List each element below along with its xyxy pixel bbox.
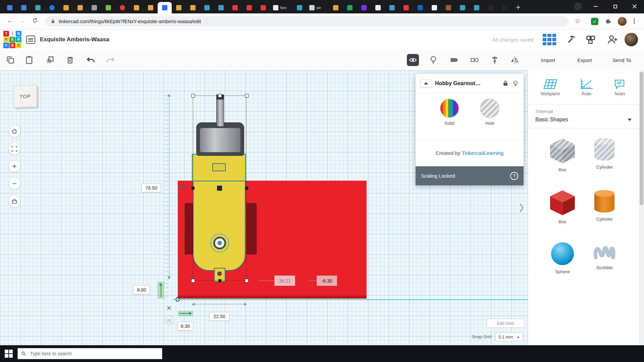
- browser-tab[interactable]: Nev: [270, 2, 292, 13]
- duplicate-button[interactable]: [45, 55, 55, 65]
- export-button[interactable]: Export: [572, 50, 597, 70]
- browser-tab[interactable]: [59, 2, 73, 13]
- library-selector[interactable]: Tinkercad Basic Shapes: [528, 105, 639, 128]
- browser-tab[interactable]: [228, 2, 242, 13]
- left-wheel-shape[interactable]: [185, 203, 193, 254]
- window-close-button[interactable]: [627, 0, 642, 13]
- browser-tab[interactable]: [200, 2, 214, 13]
- browser-tab[interactable]: [343, 2, 357, 13]
- shape-cylinder[interactable]: Cylinder: [584, 190, 626, 224]
- bookmark-star-button[interactable]: ☆: [575, 17, 582, 24]
- browser-tab[interactable]: [172, 2, 186, 13]
- design-list-button[interactable]: [26, 36, 35, 44]
- selection-handle-mid[interactable]: [192, 187, 195, 190]
- browser-tab[interactable]: [399, 2, 413, 13]
- ungroup-button[interactable]: [470, 55, 479, 65]
- tinkercad-logo[interactable]: TIN KER CAD: [3, 31, 21, 48]
- browser-tab[interactable]: [158, 2, 172, 13]
- browser-tab[interactable]: [329, 2, 343, 13]
- selection-handle[interactable]: [245, 94, 249, 98]
- position-x-input[interactable]: 38.21: [274, 276, 295, 286]
- send-to-button[interactable]: Send To: [608, 50, 635, 70]
- search-input[interactable]: [30, 351, 159, 357]
- browser-tab[interactable]: [3, 2, 17, 13]
- start-button[interactable]: [5, 350, 13, 358]
- group-button[interactable]: [449, 55, 459, 65]
- ruler-close-button[interactable]: [167, 306, 171, 310]
- browser-tab[interactable]: [455, 2, 470, 13]
- browser-tab[interactable]: [242, 2, 256, 13]
- help-button[interactable]: ?: [510, 172, 518, 180]
- browser-menu-button[interactable]: [633, 18, 636, 25]
- zoom-in-button[interactable]: [9, 161, 20, 172]
- browser-tab[interactable]: [441, 2, 455, 13]
- sidebar-scrollbar[interactable]: [639, 70, 644, 345]
- shape-box[interactable]: Box: [541, 138, 584, 172]
- shape-sphere[interactable]: Sphere: [541, 242, 584, 274]
- position-y-input[interactable]: -6.30: [317, 276, 337, 286]
- browser-tab[interactable]: [144, 2, 158, 13]
- browser-profile-avatar[interactable]: [618, 17, 627, 26]
- tab-search-icon[interactable]: [574, 3, 582, 10]
- delete-button[interactable]: [65, 55, 75, 65]
- selection-handle-mid[interactable]: [218, 279, 221, 282]
- taskbar-search[interactable]: [17, 348, 162, 359]
- ruler-menu-button[interactable]: [165, 316, 173, 324]
- undo-button[interactable]: [86, 55, 96, 65]
- scrollbar-thumb[interactable]: [640, 72, 643, 205]
- ruler-x-dimension-label[interactable]: 6.30: [177, 322, 193, 330]
- window-maximize-button[interactable]: [607, 0, 623, 13]
- rotate-handle[interactable]: [180, 184, 186, 190]
- home-view-button[interactable]: [9, 126, 20, 137]
- redo-button[interactable]: [106, 55, 115, 65]
- inspector-collapse-button[interactable]: [420, 79, 432, 87]
- browser-tab[interactable]: [17, 2, 31, 13]
- browser-tab[interactable]: [31, 2, 45, 13]
- user-avatar[interactable]: [625, 33, 638, 46]
- right-wheel-shape[interactable]: [247, 203, 257, 254]
- browser-tab[interactable]: [214, 2, 228, 13]
- workplane-tool[interactable]: Workplane: [541, 79, 560, 96]
- height-dimension-label[interactable]: 78.50: [142, 183, 161, 192]
- forward-button[interactable]: →: [19, 17, 25, 24]
- invite-person-button[interactable]: [606, 34, 618, 45]
- fit-view-button[interactable]: [9, 143, 20, 155]
- solid-option[interactable]: Solid: [440, 99, 459, 139]
- extension-check-icon[interactable]: ✓: [591, 18, 598, 25]
- elevation-dimension-label[interactable]: 8.00: [133, 285, 150, 294]
- browser-tab[interactable]: [357, 2, 371, 13]
- url-bar[interactable]: tinkercad.com/things/6kEpW7fENxY-exquisi…: [45, 16, 569, 27]
- copy-button[interactable]: [6, 55, 15, 65]
- reload-button[interactable]: [32, 17, 38, 25]
- light-button[interactable]: [429, 55, 438, 65]
- browser-tab[interactable]: [256, 2, 270, 13]
- mirror-button[interactable]: [510, 55, 519, 65]
- selection-handle[interactable]: [191, 279, 195, 283]
- design-title[interactable]: Exquisite Amberis-Waasa: [40, 29, 109, 50]
- selection-handle[interactable]: [218, 94, 222, 98]
- back-button[interactable]: ←: [7, 17, 13, 24]
- selection-handle[interactable]: [191, 94, 195, 98]
- lightbulb-icon[interactable]: [512, 80, 519, 87]
- browser-tab[interactable]: we: [307, 2, 329, 13]
- blocks-grid-button[interactable]: [542, 33, 557, 46]
- perspective-toggle-button[interactable]: [9, 196, 20, 207]
- shape-scribble[interactable]: Scribble: [584, 242, 626, 274]
- browser-tab[interactable]: [101, 2, 115, 13]
- ruler-tool[interactable]: Ruler: [580, 79, 593, 96]
- browser-tab[interactable]: [292, 2, 307, 13]
- minecraft-pickaxe-button[interactable]: [566, 34, 577, 45]
- shape-cylinder[interactable]: Cylinder: [584, 138, 626, 172]
- zoom-out-button[interactable]: [9, 178, 20, 189]
- notes-tool[interactable]: Notes: [613, 79, 626, 96]
- width-dimension-label[interactable]: 22.50: [209, 312, 229, 321]
- bricks-button[interactable]: [585, 34, 596, 45]
- browser-tab[interactable]: [45, 2, 59, 13]
- edit-grid-button[interactable]: Edit Grid: [487, 319, 524, 328]
- window-minimize-button[interactable]: [588, 0, 603, 13]
- browser-tab[interactable]: [73, 2, 87, 13]
- browser-tab[interactable]: [413, 2, 427, 13]
- browser-tab[interactable]: [87, 2, 101, 13]
- view-cube[interactable]: TOP: [13, 85, 37, 108]
- browser-tab[interactable]: [115, 2, 129, 13]
